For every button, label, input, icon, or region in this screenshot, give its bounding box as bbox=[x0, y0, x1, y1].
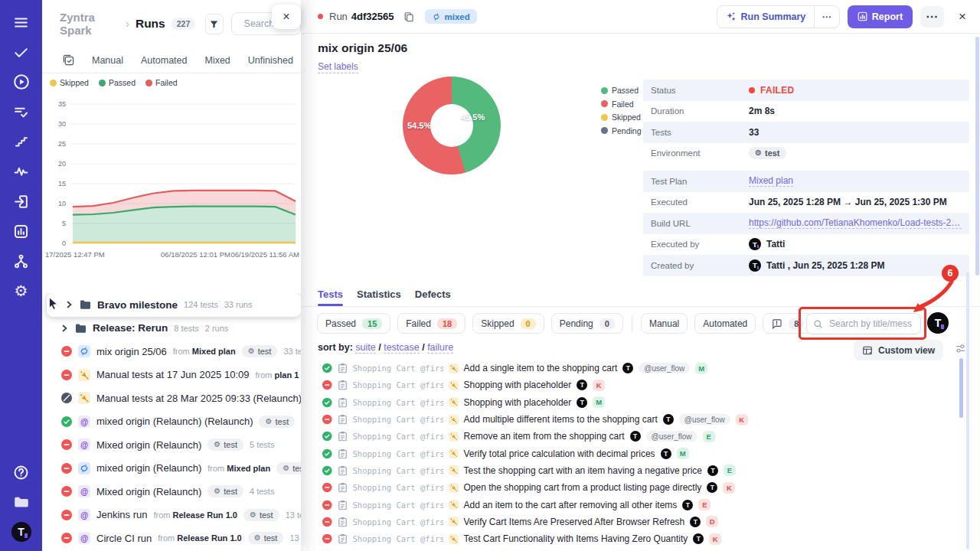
test-row[interactable]: Shopping Cart @first…Open the shopping c… bbox=[316, 479, 960, 496]
more-actions-button[interactable]: ⋯ bbox=[920, 6, 944, 28]
run-summary-button[interactable]: Run Summary ⋯ bbox=[717, 5, 840, 28]
sidebar-item-sessions[interactable] bbox=[11, 191, 31, 211]
test-row[interactable]: Shopping Cart @first…Add an item to the … bbox=[316, 496, 960, 513]
run-row-plan[interactable]: Mixed plan bbox=[192, 347, 236, 356]
sidebar-item-milestones[interactable] bbox=[11, 132, 31, 152]
test-title[interactable]: Verify total price calculation with deci… bbox=[464, 448, 655, 459]
sidebar-item-test-activities[interactable] bbox=[11, 42, 31, 62]
test-title[interactable]: Add an item to the cart after removing a… bbox=[464, 500, 678, 510]
run-list-item[interactable]: @Circle CI runfrom Release Run 1.0⚙test1… bbox=[42, 527, 301, 550]
legend-item-failed[interactable]: Failed bbox=[145, 78, 178, 87]
sort-option-testcase[interactable]: testcase bbox=[384, 342, 420, 354]
sidebar-item-settings[interactable]: ⚙ bbox=[11, 281, 31, 301]
detail-link[interactable]: Mixed plan bbox=[749, 175, 793, 187]
test-row[interactable]: Shopping Cart @first…Add a single item t… bbox=[316, 360, 960, 377]
run-summary-more-button[interactable]: ⋯ bbox=[814, 6, 839, 28]
test-suite: Shopping Cart @first… bbox=[353, 449, 443, 458]
tests-scrollbar-thumb[interactable] bbox=[959, 358, 963, 418]
test-title[interactable]: Test the shopping cart with an item havi… bbox=[464, 465, 703, 476]
run-list-item[interactable]: Release: Rerun8 tests2 runs bbox=[42, 317, 301, 341]
run-list-item[interactable]: @mixed origin (Relaunch) (Relaunch)⚙test bbox=[42, 410, 301, 434]
test-title[interactable]: Test Cart Functionality with Items Havin… bbox=[464, 533, 688, 544]
run-list-item[interactable]: mix origin 25/06from Mixed plan⚙test33 t… bbox=[42, 340, 301, 364]
run-list-item[interactable]: @Jenkins runfrom Release Run 1.0⚙test13 … bbox=[42, 504, 301, 527]
test-tag: @user_flow bbox=[646, 431, 697, 442]
sidebar-item-monitoring[interactable] bbox=[11, 161, 31, 181]
test-title[interactable]: Add a single item to the shopping cart bbox=[464, 363, 618, 373]
run-row-plan[interactable]: Mixed plan bbox=[227, 464, 270, 473]
tab-defects[interactable]: Defects bbox=[415, 289, 451, 306]
runs-tab-unfinished[interactable]: Unfinished bbox=[248, 55, 293, 66]
donut-legend-failed[interactable]: Failed bbox=[601, 99, 642, 109]
sidebar-item-runs[interactable] bbox=[11, 72, 31, 92]
filter-button[interactable] bbox=[205, 14, 223, 34]
view-settings-button[interactable] bbox=[955, 343, 966, 357]
donut-legend-skipped[interactable]: Skipped bbox=[601, 112, 642, 122]
legend-item-skipped[interactable]: Skipped bbox=[50, 78, 89, 87]
sidebar-item-integrations[interactable] bbox=[11, 251, 31, 271]
run-list-item[interactable]: Manual tests at 28 Mar 2025 09:33 (Relau… bbox=[42, 386, 301, 410]
test-row[interactable]: Shopping Cart @first…Verify Cart Items A… bbox=[316, 514, 960, 530]
sort-option-failure[interactable]: failure bbox=[427, 342, 453, 354]
test-title[interactable]: Shopping with placeholder bbox=[464, 380, 572, 390]
donut-legend-passed[interactable]: Passed bbox=[601, 86, 642, 95]
filter-chip-failed[interactable]: Failed18 bbox=[397, 313, 466, 334]
select-all-icon[interactable] bbox=[63, 54, 74, 66]
run-list-item[interactable]: @Mixed origin (Relaunch)⚙test4 tests bbox=[42, 480, 301, 504]
test-row[interactable]: Shopping Cart @first…Test Cart Functiona… bbox=[316, 530, 960, 547]
set-labels-link[interactable]: Set labels bbox=[318, 61, 358, 73]
sidebar-item-help[interactable] bbox=[11, 462, 31, 482]
tests-search-input[interactable] bbox=[828, 318, 913, 330]
filter-chip-manual[interactable]: Manual bbox=[641, 313, 688, 334]
custom-view-button[interactable]: Custom view bbox=[854, 340, 943, 360]
legend-item-passed[interactable]: Passed bbox=[99, 78, 136, 87]
runs-tab-automated[interactable]: Automated bbox=[141, 55, 187, 66]
assignee-avatar[interactable]: T bbox=[927, 312, 949, 334]
test-title[interactable]: Verify Cart Items Are Preserved After Br… bbox=[464, 517, 685, 527]
test-row[interactable]: Shopping Cart @first…Shopping with place… bbox=[316, 377, 960, 393]
sidebar-item-projects[interactable] bbox=[11, 492, 31, 512]
filter-chip-automated[interactable]: Automated bbox=[694, 313, 756, 334]
test-title[interactable]: Remove an item from the shopping cart bbox=[464, 431, 625, 442]
copy-run-id-button[interactable] bbox=[403, 11, 414, 22]
filter-chip-comment-exclamation[interactable]: 8 bbox=[763, 313, 812, 334]
test-row[interactable]: Shopping Cart @first…Verify total price … bbox=[316, 445, 960, 461]
test-title[interactable]: Add multiple different items to the shop… bbox=[464, 414, 658, 425]
sort-option-suite[interactable]: suite bbox=[355, 342, 375, 354]
run-list-item[interactable]: mixed origin (Relaunch)from Mixed plan⚙t… bbox=[42, 457, 301, 481]
expand-chevron[interactable] bbox=[66, 301, 74, 308]
run-row-plan[interactable]: plan 1 bbox=[275, 370, 299, 380]
sidebar-item-reports[interactable] bbox=[11, 221, 31, 241]
test-row[interactable]: Shopping Cart @first…Test the shopping c… bbox=[316, 462, 960, 479]
test-title[interactable]: Shopping with placeholder bbox=[464, 397, 572, 408]
runs-tab-mixed[interactable]: Mixed bbox=[204, 55, 230, 66]
sidebar-user-avatar[interactable]: T bbox=[11, 522, 31, 542]
filter-chip-passed[interactable]: Passed15 bbox=[317, 313, 390, 334]
tab-tests[interactable]: Tests bbox=[318, 289, 343, 306]
report-button[interactable]: Report bbox=[848, 5, 913, 28]
runs-tab-manual[interactable]: Manual bbox=[92, 55, 123, 66]
detail-link[interactable]: https://github.com/TetianaKhomenko/Load-… bbox=[749, 217, 962, 229]
donut-legend-pending[interactable]: Pending bbox=[601, 126, 642, 135]
sidebar-item-test-suites[interactable] bbox=[11, 102, 31, 122]
tab-statistics[interactable]: Statistics bbox=[357, 289, 401, 306]
filter-chip-pending[interactable]: Pending0 bbox=[551, 313, 623, 334]
run-row-plan[interactable]: Release Run 1.0 bbox=[173, 510, 237, 520]
run-list-item[interactable]: Manual tests at 17 Jun 2025 10:09from pl… bbox=[42, 364, 301, 387]
page-scrollbar[interactable] bbox=[975, 37, 979, 276]
tests-search[interactable] bbox=[806, 313, 921, 334]
filter-chip-skipped[interactable]: Skipped0 bbox=[472, 313, 544, 334]
sidebar-item-menu[interactable] bbox=[11, 12, 31, 32]
expand-chevron[interactable] bbox=[61, 324, 69, 332]
close-run-button[interactable]: × bbox=[956, 9, 969, 24]
run-row-plan[interactable]: Release Run 1.0 bbox=[177, 533, 241, 543]
run-list-item[interactable]: Bravo milestone124 tests33 runs bbox=[47, 293, 301, 317]
close-panel-button[interactable]: × bbox=[272, 5, 301, 29]
test-title[interactable]: Open the shopping cart from a product li… bbox=[464, 482, 702, 493]
test-row[interactable]: Shopping Cart @first…Add multiple differ… bbox=[316, 411, 960, 428]
test-row[interactable]: Shopping Cart @first…Remove an item from… bbox=[316, 428, 960, 445]
run-list-item[interactable]: @Mixed origin (Relaunch)⚙test5 tests bbox=[42, 433, 301, 457]
detail-row-executed-by: Executed byTTatti bbox=[643, 234, 969, 256]
test-row[interactable]: Shopping Cart @first…Shopping with place… bbox=[316, 394, 960, 411]
section-scrollbar-track[interactable] bbox=[966, 272, 969, 549]
